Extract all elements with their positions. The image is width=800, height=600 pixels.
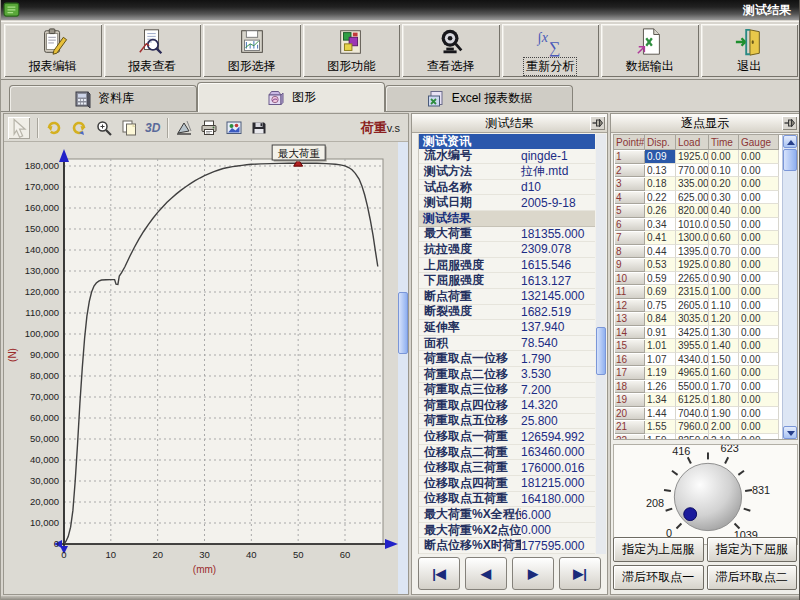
data-cell[interactable]: 1010.00 <box>676 218 709 232</box>
result-row[interactable]: 荷重取点二位移3.530 <box>419 367 595 383</box>
result-row[interactable]: 断点荷重132145.000 <box>419 289 595 305</box>
data-cell[interactable]: 0.50 <box>709 218 739 232</box>
data-cell[interactable]: 820.00 <box>676 204 709 218</box>
data-cell[interactable]: 1300.00 <box>676 231 709 245</box>
report-edit-button[interactable]: 报表编辑 <box>4 24 102 77</box>
data-cell[interactable]: 1.50 <box>709 353 739 367</box>
data-cell[interactable]: 7960.00 <box>676 420 709 434</box>
data-cell[interactable]: 0.10 <box>709 164 739 178</box>
result-row[interactable]: 断点位移%X时荷重177595.000 <box>419 538 595 554</box>
result-row[interactable]: 位移取点三荷重176000.016 <box>419 460 595 476</box>
column-header-disp[interactable]: Disp. <box>645 135 676 150</box>
data-cell[interactable]: 0.34 <box>645 218 676 232</box>
data-cell[interactable]: 0.00 <box>709 150 739 164</box>
result-row[interactable]: 延伸率137.940 <box>419 320 595 336</box>
data-cell[interactable]: 0.00 <box>739 177 779 191</box>
data-cell[interactable]: 1.60 <box>709 366 739 380</box>
data-cell[interactable]: 0.00 <box>739 245 779 259</box>
row-number-cell[interactable]: 18 <box>614 380 645 394</box>
reanalyze-button[interactable]: ∫x∑重新分析 <box>502 24 600 77</box>
data-cell[interactable]: 0.80 <box>709 258 739 272</box>
tab-excel-report[interactable]: Excel 报表数据 <box>385 85 573 111</box>
data-cell[interactable]: 0.00 <box>739 164 779 178</box>
data-cell[interactable]: 0.75 <box>645 299 676 313</box>
data-cell[interactable]: 0.00 <box>739 326 779 340</box>
data-cell[interactable]: 1.55 <box>645 420 676 434</box>
data-output-button[interactable]: 数据输出 <box>601 24 699 77</box>
data-cell[interactable]: 0.18 <box>645 177 676 191</box>
data-cell[interactable]: 0.20 <box>709 177 739 191</box>
data-cell[interactable]: 1.30 <box>709 326 739 340</box>
pin-icon[interactable] <box>782 116 797 130</box>
result-row[interactable]: 抗拉强度2309.078 <box>419 242 595 258</box>
data-cell[interactable]: 0.00 <box>739 285 779 299</box>
data-cell[interactable]: 1.44 <box>645 407 676 421</box>
save-button[interactable] <box>250 119 268 137</box>
data-cell[interactable]: 4965.00 <box>676 366 709 380</box>
set-lower-yield-button[interactable]: 指定为下屈服 <box>707 537 798 562</box>
result-row[interactable]: 流水编号qingde-1 <box>419 149 595 165</box>
data-cell[interactable]: 0.00 <box>739 299 779 313</box>
data-cell[interactable]: 0.84 <box>645 312 676 326</box>
set-upper-yield-button[interactable]: 指定为上屈服 <box>613 537 704 562</box>
row-number-cell[interactable]: 15 <box>614 339 645 353</box>
data-cell[interactable]: 0.00 <box>739 150 779 164</box>
results-scrollbar[interactable] <box>596 134 606 554</box>
row-number-cell[interactable]: 17 <box>614 366 645 380</box>
chart-scrollbar-thumb[interactable] <box>398 292 408 354</box>
data-cell[interactable]: 0.00 <box>739 191 779 205</box>
row-number-cell[interactable]: 10 <box>614 272 645 286</box>
graph-select-button[interactable]: 图形选择 <box>203 24 301 77</box>
data-cell[interactable]: 1.90 <box>709 407 739 421</box>
data-cell[interactable]: 0.44 <box>645 245 676 259</box>
data-cell[interactable]: 0.00 <box>739 272 779 286</box>
data-cell[interactable]: 0.00 <box>739 393 779 407</box>
row-number-cell[interactable]: 21 <box>614 420 645 434</box>
data-cell[interactable]: 0.26 <box>645 204 676 218</box>
row-number-cell[interactable]: 20 <box>614 407 645 421</box>
data-cell[interactable]: 7040.00 <box>676 407 709 421</box>
row-number-cell[interactable]: 14 <box>614 326 645 340</box>
rotate-ccw-button[interactable] <box>45 119 63 137</box>
result-row[interactable]: 最大荷重181355.000 <box>419 227 595 243</box>
result-row[interactable]: 荷重取点四位移14.320 <box>419 398 595 414</box>
data-cell[interactable]: 335.00 <box>676 177 709 191</box>
data-cell[interactable]: 3955.00 <box>676 339 709 353</box>
data-cell[interactable]: 0.40 <box>709 204 739 218</box>
data-cell[interactable]: 0.00 <box>739 312 779 326</box>
table-scrollbar-thumb[interactable] <box>783 149 797 171</box>
hysteresis-point-1-button[interactable]: 滞后环取点一 <box>613 565 704 590</box>
chart-ruler-button[interactable] <box>175 119 193 137</box>
row-number-cell[interactable]: 6 <box>614 218 645 232</box>
data-cell[interactable]: 1.70 <box>709 380 739 394</box>
result-row[interactable]: 面积78.540 <box>419 336 595 352</box>
data-cell[interactable]: 0.00 <box>739 353 779 367</box>
data-cell[interactable]: 0.00 <box>739 434 779 441</box>
first-record-button[interactable]: |◀ <box>418 557 460 590</box>
column-header-point[interactable]: Point# <box>614 135 645 150</box>
row-number-cell[interactable]: 2 <box>614 164 645 178</box>
result-row[interactable]: 测试方法拉伸.mtd <box>419 164 595 180</box>
data-cell[interactable]: 0.69 <box>645 285 676 299</box>
column-header-load[interactable]: Load <box>676 135 709 150</box>
data-cell[interactable]: 2.10 <box>709 434 739 441</box>
data-cell[interactable]: 0.00 <box>739 204 779 218</box>
print-button[interactable] <box>200 119 218 137</box>
data-cell[interactable]: 2315.00 <box>676 285 709 299</box>
chart-scrollbar[interactable] <box>398 142 408 594</box>
data-cell[interactable]: 0.53 <box>645 258 676 272</box>
data-cell[interactable]: 0.13 <box>645 164 676 178</box>
copy-page-button[interactable] <box>120 119 138 137</box>
data-cell[interactable]: 0.00 <box>739 407 779 421</box>
data-cell[interactable]: 1.10 <box>709 299 739 313</box>
data-cell[interactable]: 770.00 <box>676 164 709 178</box>
row-number-cell[interactable]: 3 <box>614 177 645 191</box>
data-cell[interactable]: 1.00 <box>709 285 739 299</box>
result-row[interactable]: 断裂强度1682.519 <box>419 305 595 321</box>
prev-record-button[interactable]: ◀ <box>465 557 507 590</box>
point-selector-knob[interactable]: 02084166238311039 <box>614 445 797 544</box>
data-cell[interactable]: 1925.00 <box>676 258 709 272</box>
result-row[interactable]: 下屈服强度1613.127 <box>419 273 595 289</box>
row-number-cell[interactable]: 5 <box>614 204 645 218</box>
data-cell[interactable]: 0.00 <box>739 258 779 272</box>
